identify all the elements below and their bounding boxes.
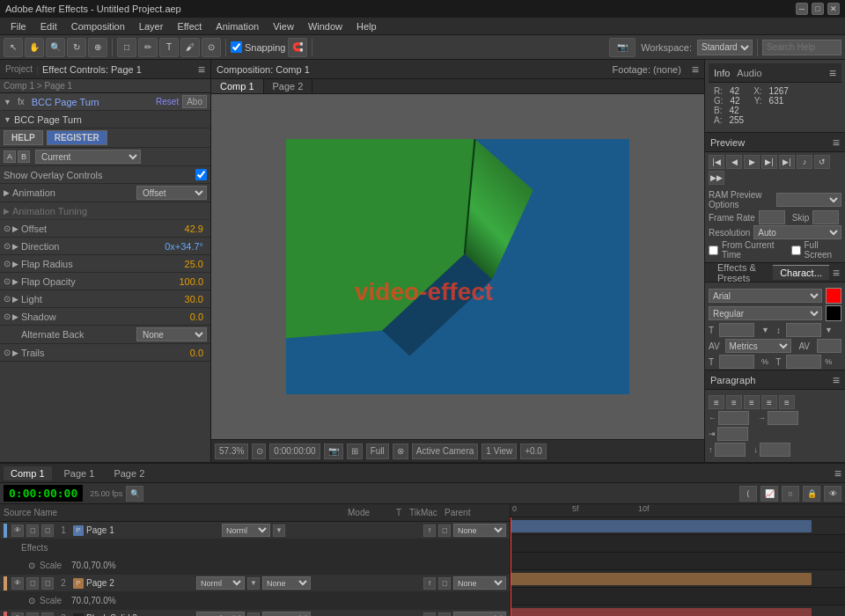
tl-key-btn[interactable]: ⟨ xyxy=(739,486,757,502)
layer3-fx[interactable]: f xyxy=(423,612,436,617)
font-size-input[interactable]: 100 px xyxy=(719,323,754,337)
flap-radius-twist[interactable]: ⊙ xyxy=(4,259,11,268)
vert-scale-input[interactable]: 100 % xyxy=(786,355,821,369)
reset-label[interactable]: Reset xyxy=(156,97,179,106)
comp-panel-menu[interactable]: ≡ xyxy=(692,62,699,77)
align-right-btn[interactable]: ≡ xyxy=(744,395,760,409)
flap-opacity-expand[interactable]: ▶ xyxy=(12,277,18,286)
layer1-eye[interactable]: 👁 xyxy=(11,524,24,537)
text-tool[interactable]: T xyxy=(159,38,179,57)
direction-value[interactable]: 0x+34.7° xyxy=(161,241,207,252)
hand-tool[interactable]: ✋ xyxy=(25,38,44,57)
rotate-tool[interactable]: ↻ xyxy=(67,38,86,57)
layer3-lock[interactable]: ◻ xyxy=(26,612,39,617)
snapping-toggle[interactable]: Snapping xyxy=(231,41,286,53)
stroke-color-swatch[interactable] xyxy=(826,305,841,321)
menu-file[interactable]: File xyxy=(4,19,33,33)
layer3-shy[interactable]: ◻ xyxy=(41,612,54,617)
layer2-name[interactable]: Page 2 xyxy=(86,578,194,588)
layer3-motion[interactable]: ◻ xyxy=(438,612,451,617)
layer2-lock[interactable]: ◻ xyxy=(26,577,39,590)
zoom-selector[interactable]: 57.3% xyxy=(215,444,248,459)
current-select[interactable]: Current xyxy=(35,150,141,164)
ep-panel-menu[interactable]: ≡ xyxy=(833,266,840,280)
resolution-select[interactable]: Auto xyxy=(753,225,841,239)
menu-composition[interactable]: Composition xyxy=(64,19,132,33)
tl-panel-menu[interactable]: ≡ xyxy=(834,466,841,480)
minimize-button[interactable]: ─ xyxy=(796,3,808,15)
layer2-shy[interactable]: ◻ xyxy=(41,577,54,590)
last-frame-btn[interactable]: ▶| xyxy=(779,155,795,169)
layer2-motion[interactable]: ◻ xyxy=(438,577,451,590)
tl-solo-btn[interactable]: ○ xyxy=(782,486,799,502)
layer2-scale-value[interactable]: 70.0,70.0% xyxy=(71,596,116,605)
align-left-btn[interactable]: ≡ xyxy=(709,395,724,409)
direction-twist[interactable]: ⊙ xyxy=(4,241,11,251)
audio-btn[interactable]: ♪ xyxy=(797,155,812,169)
layer3-eye[interactable]: 👁 xyxy=(11,612,24,617)
search-input[interactable] xyxy=(762,40,841,55)
anim-tuning-expand[interactable]: ▶ xyxy=(4,207,10,216)
tl-tab-page1[interactable]: Page 1 xyxy=(57,466,102,480)
layer3-parent[interactable]: None xyxy=(453,612,506,616)
horiz-scale-input[interactable]: 100 % xyxy=(719,355,754,369)
register-button[interactable]: REGISTER xyxy=(47,130,107,145)
justify-all-btn[interactable]: ≡ xyxy=(779,395,795,409)
offset-value[interactable]: 42.9 xyxy=(181,224,207,234)
menu-layer[interactable]: Layer xyxy=(132,19,171,33)
trails-value[interactable]: 0.0 xyxy=(187,348,207,358)
flap-opacity-value[interactable]: 100.0 xyxy=(175,276,207,287)
position-offset[interactable]: +0.0 xyxy=(520,444,547,459)
tl-timecode[interactable]: 0:00:00:00 xyxy=(4,485,83,502)
magnet-icon[interactable]: 🧲 xyxy=(288,38,307,57)
layer1-fx[interactable]: f xyxy=(423,524,436,537)
layer1-lock[interactable]: ◻ xyxy=(26,524,39,537)
help-button[interactable]: HELP xyxy=(4,130,43,145)
resolution-quality[interactable]: ⊗ xyxy=(393,444,408,459)
menu-window[interactable]: Window xyxy=(301,19,349,33)
indent-right-input[interactable]: 0 px xyxy=(768,411,798,425)
grid-btn[interactable]: ⊞ xyxy=(347,444,363,459)
justify-btn[interactable]: ≡ xyxy=(761,395,777,409)
close-button[interactable]: ✕ xyxy=(827,3,840,15)
select-tool[interactable]: ↖ xyxy=(4,38,23,57)
workspace-select[interactable]: Standard xyxy=(697,40,753,55)
text-color-swatch[interactable] xyxy=(826,288,841,304)
space-after-input[interactable]: 0 px xyxy=(760,443,790,457)
about-label[interactable]: Abo xyxy=(182,95,207,108)
puppet-tool[interactable]: ⊙ xyxy=(202,38,221,57)
layer1-mode-btn[interactable]: ▼ xyxy=(273,524,285,537)
camera-select[interactable]: Active Camera xyxy=(412,444,479,459)
first-frame-btn[interactable]: |◀ xyxy=(709,155,724,169)
layer2-mode[interactable]: Norml xyxy=(196,576,245,590)
light-twist[interactable]: ⊙ xyxy=(4,294,11,304)
shadow-value[interactable]: 0.0 xyxy=(187,312,207,322)
alternate-back-select[interactable]: None xyxy=(136,327,207,341)
audio-tab[interactable]: Audio xyxy=(737,68,761,78)
indent-left-input[interactable]: 0 px xyxy=(718,411,749,425)
full-screen-checkbox[interactable] xyxy=(791,246,801,255)
shadow-expand[interactable]: ▶ xyxy=(12,312,18,321)
prev-frame-btn[interactable]: ◀ xyxy=(726,155,742,169)
shadow-twist[interactable]: ⊙ xyxy=(4,312,11,321)
preview-panel-menu[interactable]: ≡ xyxy=(833,136,840,150)
timecode-display[interactable]: 0:00:00:00 xyxy=(269,444,320,459)
zoom-tool[interactable]: 🔍 xyxy=(46,38,65,57)
rect-tool[interactable]: □ xyxy=(117,38,136,57)
layer2-parent[interactable]: None xyxy=(453,576,506,590)
layer3-none1[interactable]: None xyxy=(262,612,311,616)
layer1-scale-twist[interactable]: ⊙ xyxy=(28,561,35,570)
indent-first-input[interactable]: 0 px xyxy=(717,427,748,441)
show-overlay-checkbox[interactable] xyxy=(195,169,207,180)
flap-radius-value[interactable]: 25.0 xyxy=(181,259,207,269)
bcc-expand[interactable]: ▼ xyxy=(4,115,11,124)
snapping-checkbox[interactable] xyxy=(231,41,242,53)
comp-tab-1[interactable]: Comp 1 xyxy=(211,79,264,93)
layer1-scale-value[interactable]: 70.0,70.0% xyxy=(71,561,116,570)
layer1-shy[interactable]: ◻ xyxy=(41,524,54,537)
tl-playhead[interactable] xyxy=(511,517,511,616)
pen-tool[interactable]: ✏ xyxy=(138,38,158,57)
font-select[interactable]: Arial xyxy=(709,289,822,303)
info-panel-menu[interactable]: ≡ xyxy=(829,66,836,80)
tl-graph-btn[interactable]: 📈 xyxy=(760,486,778,502)
